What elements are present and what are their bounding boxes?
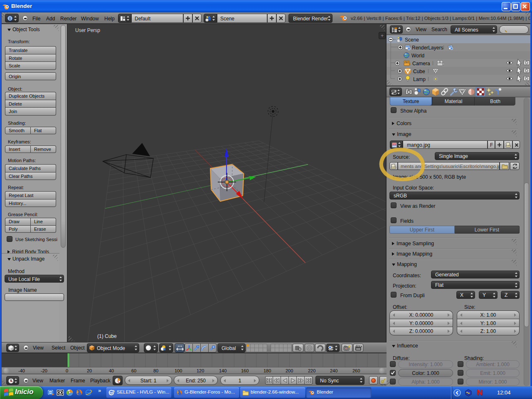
svg-text:i: i — [10, 16, 11, 21]
